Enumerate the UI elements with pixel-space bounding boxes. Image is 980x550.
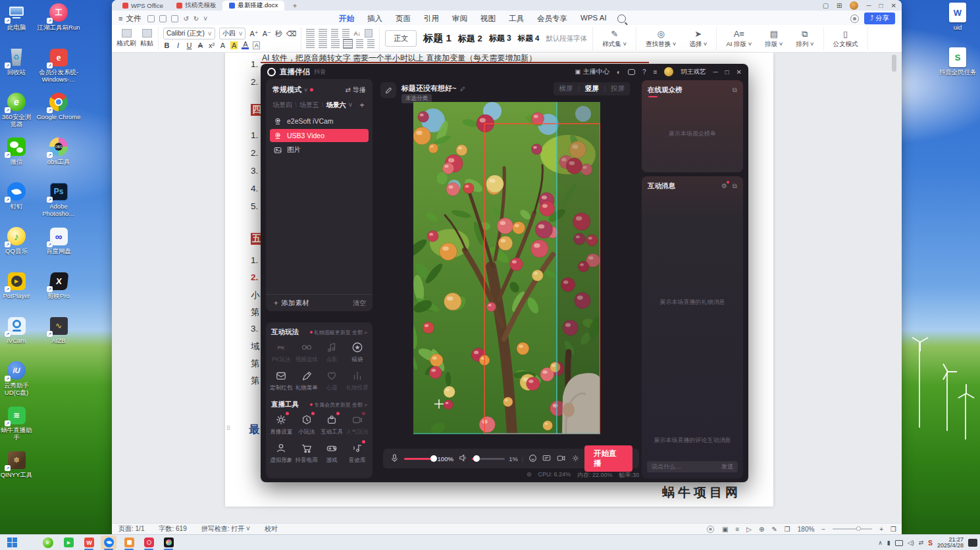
desktop-icon-photoshop[interactable]: Ps↗Adobe Photosho…: [33, 182, 84, 226]
all-link[interactable]: 全部 >: [352, 329, 367, 336]
fullscreen-icon[interactable]: ❒: [890, 526, 896, 533]
chevron-down-icon[interactable]: ˅: [203, 15, 207, 22]
desktop-icon-google-chrome[interactable]: ↗Google Chrome: [33, 92, 84, 137]
ai-layout-button[interactable]: A≡AI 排版 ˅: [721, 29, 756, 49]
menu-页面[interactable]: 页面: [389, 12, 417, 26]
fit-page-icon[interactable]: ❒: [785, 526, 790, 533]
beauty-icon[interactable]: [528, 454, 538, 464]
strikethrough-button[interactable]: A: [197, 41, 204, 49]
edit-mode-icon[interactable]: ✎: [771, 526, 777, 533]
taskbar-icon-start[interactable]: [7, 537, 18, 548]
find-replace-button[interactable]: ◎查找替换 ˅: [641, 29, 681, 49]
desktop-icon-jianghu-toolbox[interactable]: 工↗江湖工具箱Run: [33, 3, 84, 47]
menu-icon[interactable]: ≡: [654, 68, 658, 76]
feature-福袋[interactable]: 福袋: [345, 341, 371, 364]
char-border-icon[interactable]: A: [253, 41, 260, 49]
speaker-icon[interactable]: [457, 454, 468, 463]
desktop-icon-qinyy-tool[interactable]: ✽↗QINYY工具: [0, 450, 33, 495]
desktop-icon-this-pc[interactable]: ↗此电脑: [0, 3, 33, 47]
speaker-volume-slider[interactable]: [472, 458, 505, 460]
help-icon[interactable]: ?: [642, 68, 646, 76]
tray-app-icon[interactable]: S: [928, 539, 933, 547]
screen-mode-横屏[interactable]: 横屏: [559, 84, 573, 93]
search-icon[interactable]: [617, 14, 626, 23]
taskbar-icon-photos[interactable]: [124, 537, 135, 548]
justify-icon[interactable]: [344, 39, 352, 48]
mode-selector[interactable]: 常规模式: [272, 85, 301, 95]
message-settings-icon[interactable]: ⚙: [721, 182, 727, 190]
account-avatar[interactable]: [850, 1, 858, 10]
menu-视图[interactable]: 视图: [474, 12, 502, 26]
mic-volume-slider[interactable]: [404, 458, 434, 460]
hamburger-icon[interactable]: ≡: [118, 14, 122, 22]
select-button[interactable]: ➤选择 ˅: [684, 29, 711, 49]
styleset-button[interactable]: ✎样式集 ˅: [592, 27, 636, 51]
zoom-slider[interactable]: [833, 528, 872, 530]
underline-button[interactable]: U: [186, 41, 193, 49]
battery-icon[interactable]: ▮: [887, 539, 890, 546]
stream-preview[interactable]: [413, 102, 600, 434]
align-right-icon[interactable]: [331, 39, 340, 48]
vertical-scrollbar[interactable]: [892, 55, 896, 515]
bold-button[interactable]: B: [163, 41, 170, 49]
italic-button[interactable]: I: [174, 41, 182, 49]
feature-心愿[interactable]: 心愿: [319, 369, 345, 392]
desktop-icon-jianying-pro[interactable]: X↗剪映Pro: [33, 271, 84, 316]
edit-title-button[interactable]: [380, 82, 396, 98]
desktop-icon-obs-tool[interactable]: OBS↗obs工具: [33, 137, 84, 182]
align-center-icon[interactable]: [319, 39, 327, 48]
save-icon[interactable]: [147, 15, 155, 22]
font-size-select[interactable]: 小四˅: [219, 28, 246, 39]
menu-WPS AI[interactable]: WPS AI: [574, 12, 613, 26]
share-button[interactable]: ⤴ 分享: [864, 12, 895, 24]
font-name-select[interactable]: Calibri (正文)˅: [163, 28, 215, 39]
increase-font-icon[interactable]: A⁺: [249, 30, 258, 38]
feature-抖音电商[interactable]: 抖音电商: [294, 441, 320, 464]
add-scene-button[interactable]: ＋: [358, 99, 366, 111]
all-link[interactable]: 全部 >: [352, 401, 367, 409]
volume-icon[interactable]: ◁): [908, 539, 914, 546]
desktop-icon-qq-music[interactable]: ♪↗QQ音乐: [0, 226, 33, 271]
send-button[interactable]: 发送: [721, 463, 733, 471]
taskbar-icon-obslive[interactable]: [143, 537, 155, 548]
feature-直播设置[interactable]: 直播设置: [269, 413, 294, 436]
comment-screen-icon[interactable]: [542, 454, 552, 464]
zoom-slider-knob[interactable]: [856, 526, 861, 531]
theme-icon[interactable]: ◐: [617, 68, 621, 76]
highlight-color-button[interactable]: A: [230, 41, 238, 49]
feature-虚拟形象[interactable]: 虚拟形象: [269, 441, 294, 464]
network-icon[interactable]: ⇄: [919, 539, 924, 546]
drag-handle-icon[interactable]: ⠿: [226, 425, 232, 432]
desktop-icon-ivcam[interactable]: ↗iVCam: [0, 316, 33, 361]
taskbar-icon-greenvideo[interactable]: ▶: [63, 537, 74, 548]
style-1[interactable]: 标题 1: [423, 32, 451, 45]
char-effects-icon[interactable]: A: [219, 41, 226, 49]
feature-人气玩法[interactable]: 人气玩法: [345, 413, 371, 436]
number-list-icon[interactable]: [319, 29, 327, 38]
feature-定制红包[interactable]: 定制红包: [269, 369, 294, 392]
desktop-icon-member-dispatch[interactable]: e↗会员分发系统-Windows-…: [33, 47, 84, 92]
desktop-icon-uid-doc[interactable]: Wuid: [937, 3, 979, 47]
zoom-level[interactable]: 180%: [798, 526, 815, 533]
eye-protect-icon[interactable]: [850, 14, 859, 23]
source-USB3 Video[interactable]: USB3 Video: [270, 129, 369, 142]
desktop-icon-dingtalk[interactable]: ↗钉钉: [0, 182, 33, 226]
scene-tab-3[interactable]: 场景六: [326, 101, 346, 110]
shading-icon[interactable]: [365, 29, 373, 38]
wps-tab-0[interactable]: WPS Office: [116, 1, 170, 11]
new-tab-button[interactable]: ＋: [291, 1, 298, 11]
export-icon[interactable]: [171, 15, 178, 22]
clear-button[interactable]: 清空: [353, 299, 366, 308]
message-icon[interactable]: [628, 69, 635, 75]
decrease-font-icon[interactable]: A⁻: [263, 30, 271, 38]
scrollbar-thumb[interactable]: [892, 55, 896, 72]
wps-tab-1[interactable]: 找稿壳模板: [170, 1, 223, 11]
superscript-button[interactable]: x²: [208, 41, 215, 49]
user-avatar[interactable]: [664, 67, 673, 76]
style-0[interactable]: 正文: [385, 30, 417, 47]
format-painter-button[interactable]: 格式刷: [116, 29, 136, 48]
screen-mode-竖屏[interactable]: 竖屏: [585, 84, 599, 93]
taskbar-icon-b360[interactable]: e: [42, 537, 53, 548]
clear-format-icon[interactable]: 秒: [275, 29, 282, 39]
redo-icon[interactable]: ↻: [193, 15, 199, 22]
